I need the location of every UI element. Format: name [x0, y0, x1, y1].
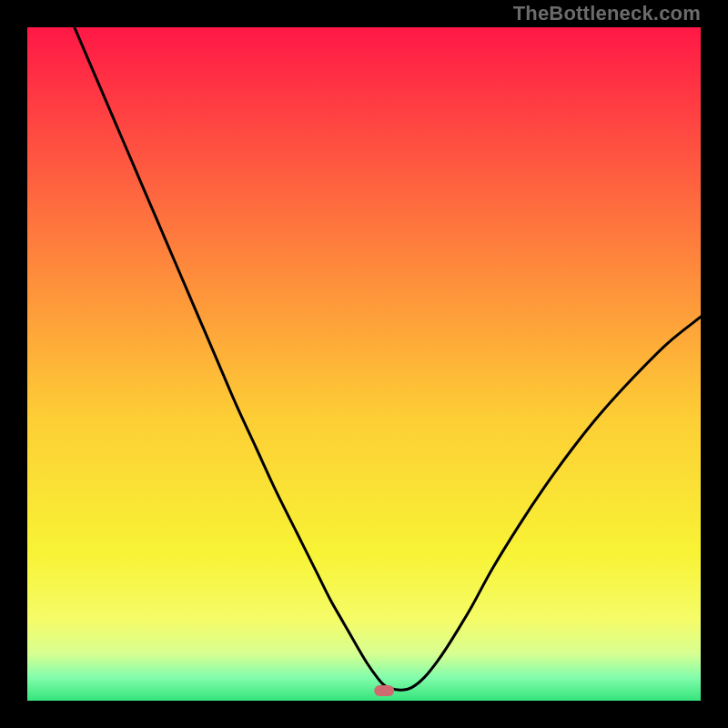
watermark-text: TheBottleneck.com — [513, 2, 701, 25]
plot-area — [27, 27, 701, 701]
chart-frame: TheBottleneck.com — [0, 0, 728, 728]
svg-rect-1 — [374, 685, 394, 696]
optimum-marker — [27, 27, 701, 701]
